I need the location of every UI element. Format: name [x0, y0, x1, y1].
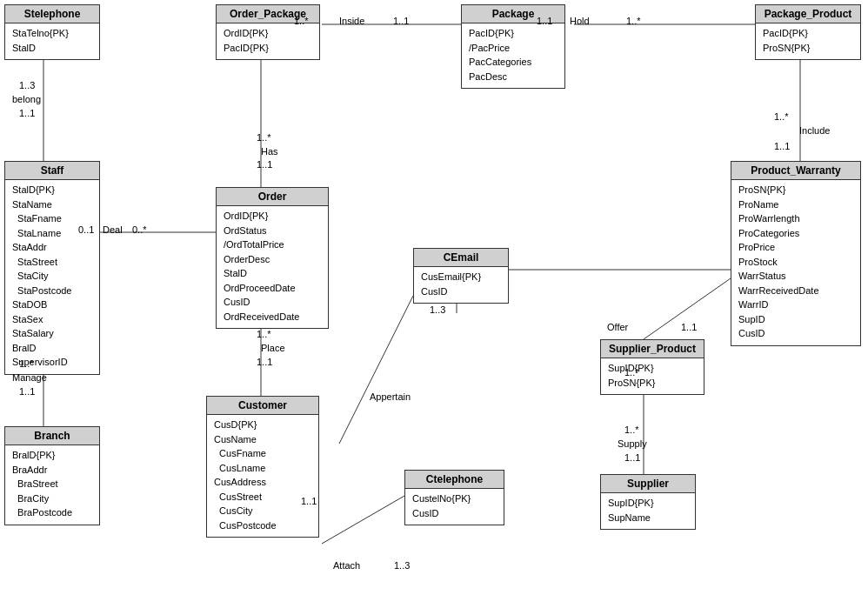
field: SupID	[738, 312, 853, 327]
entity-supplier-header: Supplier	[601, 475, 695, 493]
label-attach-1-3: 1..3	[394, 560, 410, 571]
field: SupName	[608, 511, 688, 525]
entity-customer-header: Customer	[207, 397, 318, 415]
field: ProName	[738, 197, 853, 212]
field: ProWarrlength	[738, 211, 853, 226]
entity-supplier-product: Supplier_Product SupID{PK} ProSN{PK}	[600, 339, 704, 395]
label-has: Has	[261, 146, 278, 157]
field: OrdStatus	[224, 224, 321, 238]
field: BraCity	[12, 491, 92, 506]
field: WarrID	[738, 297, 853, 312]
label-include-1-1: 1..1	[774, 141, 790, 151]
field: ProStock	[738, 255, 853, 270]
field: StaSalary	[12, 326, 92, 341]
svg-line-5	[339, 296, 413, 444]
label-has-1-1: 1..1	[257, 159, 272, 170]
field: CusCity	[214, 504, 311, 518]
entity-supplier-product-header: Supplier_Product	[601, 340, 704, 358]
entity-staff: Staff StalD{PK} StaName StaFname StaLnam…	[4, 161, 100, 375]
label-deal: Deal	[103, 224, 123, 235]
entity-package-product-body: PacID{PK} ProSN{PK}	[756, 23, 860, 59]
field: OrdID{PK}	[224, 209, 321, 224]
field: StaSex	[12, 312, 92, 327]
field: ProSN{PK}	[608, 376, 697, 391]
field: CustelNo{PK}	[412, 491, 497, 506]
label-hold: Hold	[570, 16, 590, 26]
field: CusD{PK}	[214, 418, 311, 432]
entity-order-package-body: OrdID{PK} PacID{PK}	[217, 23, 319, 59]
entity-cemail-body: CusEmail{PK} CusID	[414, 267, 508, 303]
field: CusLname	[214, 461, 311, 476]
field: OrdReceivedDate	[224, 310, 321, 324]
entity-branch-body: BralD{PK} BraAddr BraStreet BraCity BraP…	[5, 445, 99, 525]
label-offer-1-1: 1..1	[681, 322, 697, 332]
entity-package-product: Package_Product PacID{PK} ProSN{PK}	[755, 4, 861, 60]
entity-ctelephone-body: CustelNo{PK} CusID	[405, 489, 504, 525]
field: OrdID{PK}	[224, 26, 312, 41]
field: WarrStatus	[738, 269, 853, 284]
label-place: Place	[261, 343, 285, 353]
entity-order-package: Order_Package OrdID{PK} PacID{PK}	[216, 4, 320, 60]
label-inside-1-1: 1..1	[393, 16, 409, 26]
field: StaPostcode	[12, 284, 92, 298]
field: ProSN{PK}	[763, 41, 853, 56]
entity-package-body: PacID{PK} /PacPrice PacCategories PacDes…	[462, 23, 564, 88]
field: CusID	[224, 295, 321, 310]
label-include: Include	[799, 125, 830, 136]
entity-product-warranty-header: Product_Warranty	[731, 162, 860, 180]
field: /PacPrice	[469, 41, 558, 56]
field: PacCategories	[469, 55, 558, 70]
field: StaName	[12, 197, 92, 212]
field: OrderDesc	[224, 252, 321, 267]
field: CusFname	[214, 446, 311, 461]
label-1-3-stelephone-staff: 1..3	[19, 80, 35, 90]
entity-customer-body: CusD{PK} CusName CusFname CusLname CusAd…	[207, 415, 318, 537]
label-hold-1-1: 1..1	[537, 16, 552, 26]
field: CusAddress	[214, 475, 311, 490]
label-include-1star: 1..*	[774, 111, 789, 122]
field: StaDOB	[12, 297, 92, 312]
entity-cemail: CEmail CusEmail{PK} CusID	[413, 248, 509, 304]
field: BraPostcode	[12, 505, 92, 520]
entity-package-product-header: Package_Product	[756, 5, 860, 23]
field: ProCategories	[738, 226, 853, 241]
entity-stelephone-body: StaTelno{PK} StalD	[5, 23, 99, 59]
label-manage-1-1: 1..1	[19, 386, 35, 397]
field: CusID	[738, 326, 853, 341]
label-hold-1star: 1..*	[626, 16, 641, 26]
label-manage-1star: 1..*	[19, 358, 34, 369]
field: BraAddr	[12, 463, 92, 478]
label-belong: belong	[12, 94, 41, 104]
entity-staff-header: Staff	[5, 162, 99, 180]
field: ProPrice	[738, 240, 853, 255]
entity-order-body: OrdID{PK} OrdStatus /OrdTotalPrice Order…	[217, 206, 328, 328]
field: CusPostcode	[214, 518, 311, 533]
field: CusStreet	[214, 490, 311, 505]
entity-staff-body: StalD{PK} StaName StaFname StaLname StaA…	[5, 180, 99, 374]
field: StaCity	[12, 269, 92, 284]
entity-supplier-body: SupID{PK} SupName	[601, 493, 695, 529]
field: /OrdTotalPrice	[224, 237, 321, 252]
label-offer: Offer	[607, 322, 628, 332]
label-supply: Supply	[618, 438, 647, 449]
label-inside-1star: 1..*	[294, 16, 309, 26]
field: PacID{PK}	[763, 26, 853, 41]
svg-line-6	[322, 496, 404, 544]
label-manage: Manage	[12, 372, 47, 383]
label-1-3-cemail: 1..3	[430, 304, 445, 315]
label-attach-1-1: 1..1	[301, 496, 317, 506]
entity-stelephone-header: Stelephone	[5, 5, 99, 23]
field: CusID	[421, 284, 501, 299]
field: SupID{PK}	[608, 496, 688, 511]
entity-branch-header: Branch	[5, 427, 99, 445]
field: CusEmail{PK}	[421, 270, 501, 284]
field: ProSN{PK}	[738, 183, 853, 197]
field: StalD{PK}	[12, 183, 92, 197]
entity-product-warranty-body: ProSN{PK} ProName ProWarrlength ProCateg…	[731, 180, 860, 345]
label-offer-1star: 1..*	[624, 367, 639, 378]
field: PacID{PK}	[469, 26, 558, 41]
label-attach: Attach	[333, 560, 360, 571]
entity-stelephone: Stelephone StaTelno{PK} StalD	[4, 4, 100, 60]
field: CusID	[412, 506, 497, 521]
field: BraStreet	[12, 477, 92, 491]
